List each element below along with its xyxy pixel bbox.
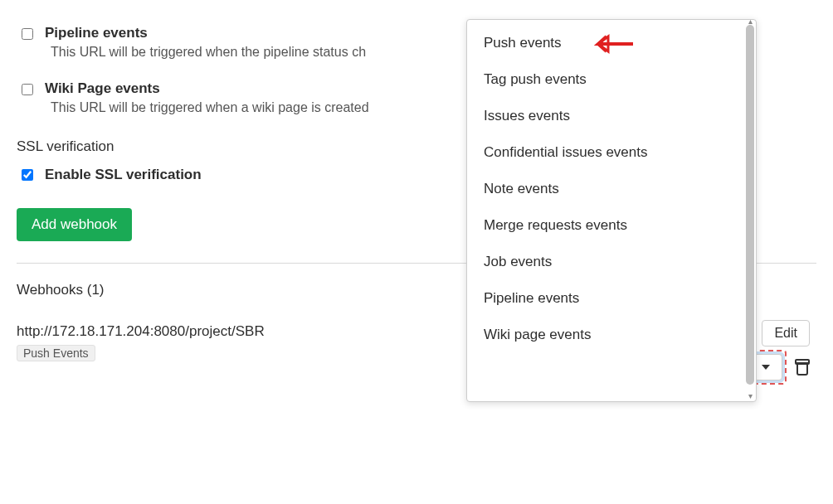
enable-ssl-label: Enable SSL verification — [45, 167, 202, 183]
dropdown-item-tag-push-events[interactable]: Tag push events — [467, 61, 756, 98]
trigger-pipeline-events-text: Pipeline events — [45, 25, 148, 41]
test-dropdown-scroll[interactable]: Push events Tag push events Issues event… — [467, 20, 756, 401]
scroll-down-arrow-icon[interactable]: ▾ — [745, 391, 755, 400]
dropdown-item-push-events[interactable]: Push events — [467, 25, 756, 61]
enable-ssl-checkbox[interactable] — [22, 169, 33, 181]
dropdown-item-issues-events[interactable]: Issues events — [467, 98, 756, 134]
test-dropdown-menu: ▴ Push events Tag push events Issues eve… — [466, 19, 757, 402]
dropdown-item-merge-requests-events[interactable]: Merge requests events — [467, 207, 756, 244]
scroll-up-arrow-icon[interactable]: ▴ — [745, 19, 755, 25]
trash-icon[interactable] — [795, 359, 810, 376]
dropdown-item-pipeline-events[interactable]: Pipeline events — [467, 280, 756, 317]
dropdown-item-job-events[interactable]: Job events — [467, 244, 756, 280]
trigger-wiki-page-events-text: Wiki Page events — [45, 80, 160, 97]
dropdown-item-confidential-issues-events[interactable]: Confidential issues events — [467, 134, 756, 171]
trigger-wiki-page-events-checkbox[interactable] — [22, 84, 33, 95]
edit-button[interactable]: Edit — [762, 320, 810, 346]
dropdown-item-wiki-page-events[interactable]: Wiki page events — [467, 317, 756, 353]
dropdown-item-note-events[interactable]: Note events — [467, 171, 756, 207]
trigger-pipeline-events-checkbox[interactable] — [22, 28, 33, 40]
webhook-tag-push-events: Push Events — [17, 345, 95, 361]
caret-down-icon — [762, 365, 770, 370]
add-webhook-button[interactable]: Add webhook — [17, 208, 132, 241]
